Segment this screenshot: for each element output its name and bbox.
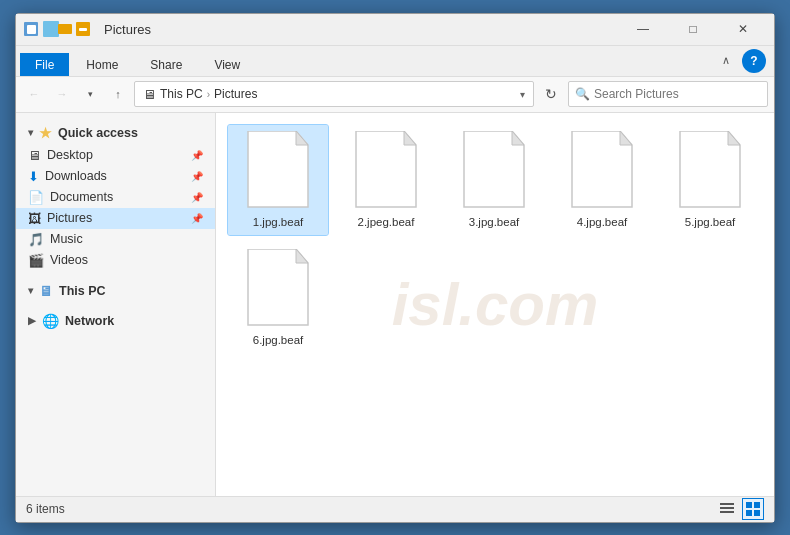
titlebar-icon-area <box>24 21 90 37</box>
recent-locations-button[interactable]: ▾ <box>78 82 102 106</box>
this-pc-chevron: ▾ <box>28 285 33 296</box>
path-dropdown[interactable]: ▾ <box>520 89 525 100</box>
view-buttons <box>716 498 764 520</box>
address-path[interactable]: 🖥 This PC › Pictures ▾ <box>134 81 534 107</box>
file-item[interactable]: 1.jpg.beaf <box>228 125 328 236</box>
file-icon-4 <box>568 131 636 211</box>
search-input[interactable] <box>594 87 761 101</box>
statusbar: 6 items <box>16 496 774 522</box>
sidebar-item-music[interactable]: 🎵 Music <box>16 229 215 250</box>
documents-label: Documents <box>50 190 113 204</box>
file-name-5: 5.jpg.beaf <box>685 215 736 230</box>
tab-view[interactable]: View <box>199 53 255 76</box>
pictures-icon: 🖼 <box>28 211 41 226</box>
pin-icon-pictures: 📌 <box>191 213 203 224</box>
network-label: Network <box>65 314 114 328</box>
minimize-button[interactable]: — <box>620 15 666 43</box>
svg-rect-15 <box>746 502 752 508</box>
refresh-button[interactable]: ↻ <box>538 81 564 107</box>
network-icon: 🌐 <box>42 313 59 329</box>
file-icon-6 <box>244 249 312 329</box>
tab-file[interactable]: File <box>20 53 69 76</box>
file-item[interactable]: 2.jpeg.beaf <box>336 125 436 236</box>
sidebar-item-documents[interactable]: 📄 Documents 📌 <box>16 187 215 208</box>
file-name-1: 1.jpg.beaf <box>253 215 304 230</box>
maximize-button[interactable]: □ <box>670 15 716 43</box>
desktop-icon: 🖥 <box>28 148 41 163</box>
file-name-4: 4.jpg.beaf <box>577 215 628 230</box>
music-icon: 🎵 <box>28 232 44 247</box>
svg-rect-14 <box>720 511 734 513</box>
file-item[interactable]: 3.jpg.beaf <box>444 125 544 236</box>
search-icon: 🔍 <box>575 87 590 101</box>
videos-label: Videos <box>50 253 88 267</box>
ribbon-tabs: File Home Share View ∧ ? <box>16 46 774 76</box>
svg-rect-16 <box>754 502 760 508</box>
svg-rect-12 <box>720 503 734 505</box>
svg-rect-17 <box>746 510 752 516</box>
svg-marker-3 <box>404 131 416 145</box>
file-icon-1 <box>244 131 312 211</box>
window-controls: — □ ✕ <box>620 15 766 43</box>
forward-button[interactable]: → <box>50 82 74 106</box>
ribbon-collapse-btn[interactable]: ∧ <box>716 52 736 69</box>
pin-icon-downloads: 📌 <box>191 171 203 182</box>
back-button[interactable]: ← <box>22 82 46 106</box>
network-chevron: ▶ <box>28 315 36 326</box>
file-item[interactable]: 5.jpg.beaf <box>660 125 760 236</box>
quick-access-icon: ★ <box>39 125 52 141</box>
file-name-6: 6.jpg.beaf <box>253 333 304 348</box>
file-name-3: 3.jpg.beaf <box>469 215 520 230</box>
window-title: Pictures <box>104 22 620 37</box>
videos-icon: 🎬 <box>28 253 44 268</box>
search-box[interactable]: 🔍 <box>568 81 768 107</box>
file-icon-2 <box>352 131 420 211</box>
this-pc-header[interactable]: ▾ 🖥 This PC <box>16 279 215 303</box>
help-button[interactable]: ? <box>742 49 766 73</box>
file-grid: 1.jpg.beaf 2.jpeg.beaf <box>228 125 762 355</box>
content-area: isl.com 1.jpg.beaf <box>216 113 774 496</box>
svg-marker-11 <box>296 249 308 263</box>
up-button[interactable]: ↑ <box>106 82 130 106</box>
svg-marker-9 <box>728 131 740 145</box>
quick-access-label: Quick access <box>58 126 138 140</box>
network-header[interactable]: ▶ 🌐 Network <box>16 309 215 333</box>
this-pc-icon: 🖥 <box>39 283 53 299</box>
svg-marker-1 <box>296 131 308 145</box>
svg-marker-5 <box>512 131 524 145</box>
pin-icon-documents: 📌 <box>191 192 203 203</box>
svg-rect-13 <box>720 507 734 509</box>
pin-icon-desktop: 📌 <box>191 150 203 161</box>
tab-home[interactable]: Home <box>71 53 133 76</box>
sidebar-item-pictures[interactable]: 🖼 Pictures 📌 <box>16 208 215 229</box>
sidebar-item-downloads[interactable]: ⬇ Downloads 📌 <box>16 166 215 187</box>
svg-rect-18 <box>754 510 760 516</box>
close-button[interactable]: ✕ <box>720 15 766 43</box>
quick-access-chevron: ▾ <box>28 127 33 138</box>
file-icon-5 <box>676 131 744 211</box>
file-explorer-window: Pictures — □ ✕ File Home Share View ∧ ? … <box>15 13 775 523</box>
this-pc-label: This PC <box>59 284 106 298</box>
downloads-label: Downloads <box>45 169 107 183</box>
list-view-button[interactable] <box>716 498 738 520</box>
music-label: Music <box>50 232 83 246</box>
path-pictures: Pictures <box>214 87 257 101</box>
main-area: ▾ ★ Quick access 🖥 Desktop 📌 ⬇ Downloads… <box>16 113 774 496</box>
path-separator: › <box>207 89 210 100</box>
titlebar: Pictures — □ ✕ <box>16 14 774 46</box>
downloads-icon: ⬇ <box>28 169 39 184</box>
sidebar-item-videos[interactable]: 🎬 Videos <box>16 250 215 271</box>
file-name-2: 2.jpeg.beaf <box>358 215 415 230</box>
path-icon: 🖥 <box>143 87 156 102</box>
item-count: 6 items <box>26 502 65 516</box>
sidebar: ▾ ★ Quick access 🖥 Desktop 📌 ⬇ Downloads… <box>16 113 216 496</box>
file-item[interactable]: 4.jpg.beaf <box>552 125 652 236</box>
grid-view-button[interactable] <box>742 498 764 520</box>
ribbon: File Home Share View ∧ ? <box>16 46 774 77</box>
documents-icon: 📄 <box>28 190 44 205</box>
file-item[interactable]: 6.jpg.beaf <box>228 243 328 354</box>
tab-share[interactable]: Share <box>135 53 197 76</box>
quick-access-header[interactable]: ▾ ★ Quick access <box>16 121 215 145</box>
pictures-label: Pictures <box>47 211 92 225</box>
sidebar-item-desktop[interactable]: 🖥 Desktop 📌 <box>16 145 215 166</box>
